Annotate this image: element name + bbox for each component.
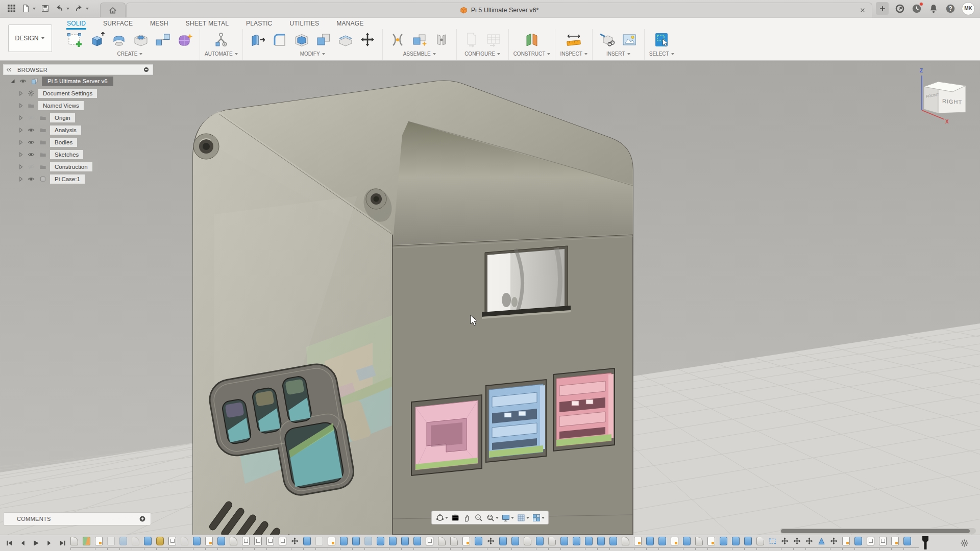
- zoom-icon[interactable]: [474, 513, 483, 522]
- chevron-down-icon[interactable]: [33, 8, 36, 10]
- browser-item-label[interactable]: Analysis: [50, 126, 81, 135]
- play-button[interactable]: [31, 538, 41, 548]
- chevron-down-icon[interactable]: [66, 8, 69, 10]
- timeline-feature-extrude[interactable]: [352, 537, 360, 545]
- timeline-feature-extrude[interactable]: [511, 537, 519, 545]
- home-tab[interactable]: [100, 3, 126, 17]
- browser-item-label[interactable]: Construction: [50, 162, 92, 171]
- timeline-feature-fillet[interactable]: [622, 537, 629, 545]
- timeline-feature-sketch[interactable]: [671, 537, 678, 545]
- browser-item-label[interactable]: Pi Case:1: [50, 174, 85, 184]
- press-pull-icon[interactable]: [248, 30, 268, 50]
- browser-item-label[interactable]: Named Views: [38, 101, 84, 110]
- browser-item-pi-case-1[interactable]: Pi Case:1: [17, 173, 153, 185]
- panel-options-icon[interactable]: [143, 66, 150, 73]
- timeline-feature-chamfer[interactable]: [756, 537, 764, 545]
- timeline-feature-extrude[interactable]: [389, 537, 397, 545]
- timeline-feature-loft[interactable]: [818, 537, 825, 545]
- model-pi-case[interactable]: [193, 81, 633, 535]
- timeline-feature-fillet[interactable]: [230, 537, 237, 545]
- group-label-modify[interactable]: MODIFY: [300, 51, 325, 57]
- timeline-feature-plane[interactable]: [83, 537, 90, 545]
- app-grid-icon[interactable]: [5, 3, 17, 15]
- browser-item-label[interactable]: Document Settings: [38, 89, 97, 98]
- group-label-select[interactable]: SELECT: [649, 51, 674, 57]
- pan-icon[interactable]: [462, 513, 472, 522]
- workspace-selector[interactable]: DESIGN: [8, 24, 52, 52]
- look-at-icon[interactable]: [451, 513, 460, 522]
- hole-icon[interactable]: [131, 30, 151, 50]
- add-comment-icon[interactable]: [139, 515, 151, 522]
- timeline-feature-pattern[interactable]: [254, 537, 262, 545]
- triangle-closed-icon[interactable]: [17, 151, 24, 158]
- timeline-feature-extrude[interactable]: [854, 537, 862, 545]
- timeline-feature-move[interactable]: [830, 537, 838, 545]
- timeline-feature-extrude[interactable]: [303, 537, 311, 545]
- timeline-feature-move[interactable]: [487, 537, 495, 545]
- timeline-feature-pattern[interactable]: [279, 537, 286, 545]
- timeline-feature-pattern[interactable]: [867, 537, 874, 545]
- help-icon[interactable]: ?: [945, 3, 956, 14]
- timeline-feature-sketch[interactable]: [634, 537, 642, 545]
- fillet-icon[interactable]: [270, 30, 290, 50]
- browser-item-analysis[interactable]: Analysis: [17, 124, 153, 136]
- triangle-closed-icon[interactable]: [17, 114, 24, 121]
- timeline-feature-pattern[interactable]: [242, 537, 250, 545]
- timeline-feature-extrude[interactable]: [903, 537, 911, 545]
- step-back-button[interactable]: [17, 538, 28, 548]
- combine-icon[interactable]: [313, 30, 334, 50]
- timeline-feature-pattern[interactable]: [426, 537, 433, 545]
- triangle-closed-icon[interactable]: [17, 163, 24, 170]
- tab-surface[interactable]: SURFACE: [103, 18, 133, 30]
- construct-plane-icon[interactable]: [522, 30, 542, 50]
- group-label-automate[interactable]: AUTOMATE: [205, 51, 238, 57]
- timeline-feature-extrude[interactable]: [720, 537, 727, 545]
- timeline-feature-extrude[interactable]: [597, 537, 605, 545]
- shell-icon[interactable]: [291, 30, 312, 50]
- timeline-feature-extrude[interactable]: [217, 537, 225, 545]
- triangle-open-icon[interactable]: [9, 78, 16, 85]
- timeline-feature-form[interactable]: [156, 537, 164, 545]
- timeline-feature-extrude[interactable]: [573, 537, 580, 545]
- timeline-feature-sketch[interactable]: [95, 537, 103, 545]
- display-settings-icon[interactable]: [501, 513, 514, 522]
- timeline-scrollbar-thumb[interactable]: [781, 529, 970, 533]
- form-icon[interactable]: [175, 30, 195, 50]
- timeline-feature-fillet[interactable]: [70, 537, 78, 545]
- group-label-insert[interactable]: INSERT: [606, 51, 630, 57]
- eye-on-icon[interactable]: [26, 176, 36, 183]
- timeline-feature-extrude[interactable]: [144, 537, 152, 545]
- eye-off-icon[interactable]: [26, 114, 36, 121]
- chevron-down-icon[interactable]: [86, 8, 89, 10]
- as-built-joint-icon[interactable]: [431, 30, 452, 50]
- split-body-icon[interactable]: [335, 30, 356, 50]
- view-cube[interactable]: Z X FRONT RIGHT: [915, 66, 972, 124]
- root-component-label[interactable]: Pi 5 Ultimate Server v6: [42, 77, 113, 86]
- tab-plastic[interactable]: PLASTIC: [246, 18, 273, 30]
- tab-manage[interactable]: MANAGE: [336, 18, 364, 30]
- group-label-configure[interactable]: CONFIGURE: [464, 51, 500, 57]
- browser-item-document-settings[interactable]: Document Settings: [17, 87, 153, 99]
- go-to-end-button[interactable]: [57, 538, 67, 548]
- eye-on-icon[interactable]: [26, 127, 36, 134]
- notifications-icon[interactable]: [928, 3, 939, 14]
- browser-item-construction[interactable]: Construction: [17, 161, 153, 173]
- grid-display-icon[interactable]: [517, 513, 529, 522]
- timeline-feature-extrude[interactable]: [536, 537, 544, 545]
- timeline-feature-extrude[interactable]: [401, 537, 409, 545]
- timeline-feature-extrude[interactable]: [609, 537, 617, 545]
- timeline-feature-profile[interactable]: [769, 537, 776, 545]
- triangle-closed-icon[interactable]: [17, 127, 24, 134]
- create-sketch-icon[interactable]: [65, 30, 85, 50]
- extrude-icon[interactable]: [87, 30, 107, 50]
- timeline-feature-extrude[interactable]: [413, 537, 421, 545]
- triangle-closed-icon[interactable]: [17, 102, 24, 109]
- timeline-feature-sketch[interactable]: [707, 537, 715, 545]
- timeline-feature-extrude[interactable]: [340, 537, 348, 545]
- timeline-feature-extrude[interactable]: [193, 537, 201, 545]
- move-copy-icon[interactable]: [357, 30, 378, 50]
- triangle-closed-icon[interactable]: [17, 139, 24, 146]
- go-to-start-button[interactable]: [4, 538, 14, 548]
- timeline-feature-extrude[interactable]: [377, 537, 384, 545]
- tab-mesh[interactable]: MESH: [150, 18, 168, 30]
